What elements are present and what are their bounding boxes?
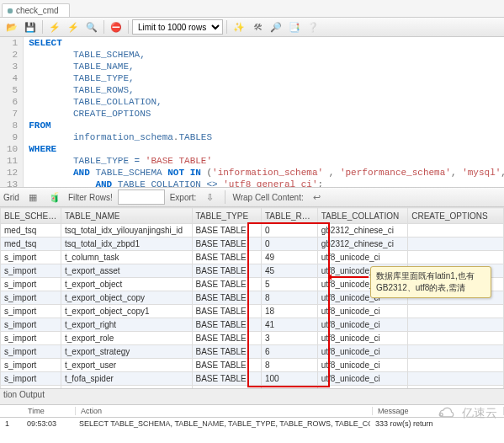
result-grid[interactable]: BLE_SCHEMATABLE_NAMETABLE_TYPETABLE_ROWS… [0, 207, 504, 389]
table-row[interactable]: s_importt_fofa_spiderBASE TABLE100utf8_u… [1, 372, 504, 386]
table-cell: 8 [261, 291, 317, 305]
execute-current-button[interactable]: ⚡ [65, 19, 82, 35]
table-cell: BASE TABLE [192, 278, 261, 291]
column-header[interactable]: BLE_SCHEMA [1, 208, 61, 224]
table-cell: s_import [1, 278, 61, 291]
table-cell [408, 251, 504, 264]
limit-rows-select[interactable]: Limit to 1000 rows [132, 19, 223, 35]
line-gutter: 12345678910111213 [0, 37, 24, 187]
table-cell: tsq_total_idx_yilouyanjingshi_id [61, 224, 193, 238]
table-cell: 41 [261, 318, 317, 332]
separator [103, 20, 104, 34]
output-row-time: 09:53:03 [22, 419, 74, 428]
table-row[interactable]: med_tsqtsq_total_idx_yilouyanjingshi_idB… [1, 224, 504, 238]
grid-header-row: BLE_SCHEMATABLE_NAMETABLE_TYPETABLE_ROWS… [1, 208, 504, 224]
table-cell: BASE TABLE [192, 264, 261, 278]
table-cell: s_import [1, 359, 61, 372]
result-grid-toolbar: Grid ▦ 🧃 Filter Rows! Export: ⇩ Wrap Cel… [0, 188, 504, 207]
beautify-button[interactable]: ✨ [231, 19, 247, 35]
table-row[interactable]: med_tsqtsq_total_idx_zbpd1BASE TABLE0gb2… [1, 238, 504, 251]
export-label: Export: [170, 193, 197, 202]
table-cell: 6 [261, 345, 317, 359]
table-cell: s_import [1, 291, 61, 305]
table-cell [408, 372, 504, 386]
table-cell: t_export_strategy [61, 345, 193, 359]
column-header[interactable]: TABLE_COLLATION [317, 208, 407, 224]
table-cell: utf8_unicode_ci [317, 318, 407, 332]
table-cell: utf8_unicode_ci [317, 386, 407, 390]
column-header[interactable]: TABLE_ROWS [261, 208, 317, 224]
table-cell: 45 [261, 264, 317, 278]
open-file-button[interactable]: 📂 [3, 19, 20, 35]
table-cell: 8 [261, 359, 317, 372]
table-cell: utf8_unicode_ci [317, 345, 407, 359]
help-button[interactable]: ❔ [305, 19, 321, 35]
table-cell: t_column_task [61, 251, 193, 264]
editor-toolbar: 📂 💾 ⚡ ⚡ 🔍 ⛔ Limit to 1000 rows ✨ 🛠 🔎 📑 ❔ [0, 18, 504, 37]
table-cell: t_export_object_copy1 [61, 305, 193, 318]
table-cell: BASE TABLE [192, 332, 261, 345]
table-row[interactable]: s_importt_column_taskBASE TABLE49utf8_un… [1, 251, 504, 264]
table-row[interactable]: s_importt_export_rightBASE TABLE41utf8_u… [1, 318, 504, 332]
table-cell: utf8_unicode_ci [317, 251, 407, 264]
table-row[interactable]: s_importt_export_userBASE TABLE8utf8_uni… [1, 359, 504, 372]
table-cell: 49 [261, 251, 317, 264]
export-button[interactable]: ⇩ [201, 189, 218, 205]
output-row-action: SELECT TABLE_SCHEMA, TABLE_NAME, TABLE_T… [74, 419, 370, 428]
code-area[interactable]: SELECT TABLE_SCHEMA, TABLE_NAME, TABLE_T… [24, 37, 504, 187]
table-row[interactable]: s_importt_export_object_copy1BASE TABLE1… [1, 305, 504, 318]
table-cell: BASE TABLE [192, 345, 261, 359]
table-cell: 3 [261, 332, 317, 345]
tool-button[interactable]: 🛠 [249, 19, 266, 35]
grid-nav-button[interactable]: ▦ [24, 189, 41, 205]
explain-button[interactable]: 🔍 [83, 19, 100, 35]
table-cell: t_export_user [61, 359, 193, 372]
table-row[interactable]: s_importt_export_strategyBASE TABLE6utf8… [1, 345, 504, 359]
table-row[interactable]: s_importt_export_roleBASE TABLE3utf8_uni… [1, 332, 504, 345]
search-button[interactable]: 🔎 [268, 19, 284, 35]
output-col-action: Action [76, 407, 373, 415]
column-header[interactable]: CREATE_OPTIONS [408, 208, 504, 224]
filter-rows-input[interactable] [118, 189, 165, 205]
table-cell: BASE TABLE [192, 372, 261, 386]
table-cell: utf8_unicode_ci [317, 372, 407, 386]
table-cell: gb2312_chinese_ci [317, 238, 407, 251]
table-cell: utf8_unicode_ci [317, 359, 407, 372]
save-button[interactable]: 💾 [22, 19, 39, 35]
grid-label: Grid [3, 193, 19, 202]
table-cell: s_import [1, 305, 61, 318]
wrap-label: Wrap Cell Content: [232, 193, 303, 202]
snippets-button[interactable]: 📑 [286, 19, 303, 35]
table-cell: t_export_object [61, 278, 193, 291]
table-cell: utf8_unicode_ci [317, 305, 407, 318]
editor-tab[interactable]: check_cmd [2, 3, 70, 17]
table-cell: t_export_right [61, 318, 193, 332]
sql-editor[interactable]: 12345678910111213 SELECT TABLE_SCHEMA, T… [0, 37, 504, 188]
table-cell: 18 [261, 305, 317, 318]
table-cell [408, 318, 504, 332]
table-cell: s_import [1, 332, 61, 345]
table-cell: s_import [1, 345, 61, 359]
table-cell: 0 [261, 238, 317, 251]
table-row[interactable]: s_importt_ngoda3_reqBASE TABLE0utf8_unic… [1, 386, 504, 390]
grid-filter-icon[interactable]: 🧃 [46, 189, 63, 205]
column-header[interactable]: TABLE_TYPE [192, 208, 261, 224]
table-cell [408, 238, 504, 251]
stop-button[interactable]: ⛔ [108, 19, 125, 35]
table-cell: 0 [261, 386, 317, 390]
output-row[interactable]: 1 09:53:03 SELECT TABLE_SCHEMA, TABLE_NA… [0, 418, 504, 430]
table-cell: t_export_asset [61, 264, 193, 278]
output-panel-title: tion Output [0, 389, 504, 405]
watermark-logo: 亿速云 [437, 406, 497, 421]
output-col-time: Time [23, 407, 76, 415]
table-cell: s_import [1, 318, 61, 332]
table-cell [408, 305, 504, 318]
table-cell: BASE TABLE [192, 359, 261, 372]
execute-button[interactable]: ⚡ [46, 19, 63, 35]
wrap-toggle-button[interactable]: ↩ [309, 189, 326, 205]
separator [226, 20, 227, 34]
column-header[interactable]: TABLE_NAME [61, 208, 193, 224]
output-row-idx: 1 [0, 419, 22, 428]
table-cell: BASE TABLE [192, 291, 261, 305]
svg-point-0 [439, 413, 443, 416]
